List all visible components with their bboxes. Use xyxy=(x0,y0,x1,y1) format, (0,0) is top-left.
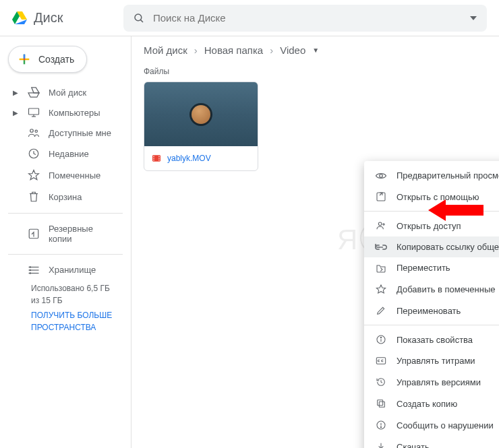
ctx-details[interactable]: Показать свойства xyxy=(364,329,499,350)
move-icon xyxy=(375,263,387,273)
svg-point-16 xyxy=(35,130,37,132)
nav-my-drive[interactable]: ▶ Мой диск xyxy=(8,82,123,102)
nav-shared[interactable]: Доступные мне xyxy=(8,123,123,143)
nav-trash[interactable]: Корзина xyxy=(8,186,123,207)
ctx-copy[interactable]: Создать копию xyxy=(364,393,499,414)
nav-label: Доступные мне xyxy=(49,128,111,138)
brand-name: Диск xyxy=(34,10,63,26)
svg-point-34 xyxy=(380,174,383,177)
recent-icon xyxy=(27,148,40,160)
content-area: Мой диск › Новая папка › Video ▼ Файлы y… xyxy=(131,36,499,448)
svg-point-44 xyxy=(380,337,381,338)
svg-rect-9 xyxy=(24,55,25,59)
new-button[interactable]: Создать xyxy=(8,46,87,73)
video-file-icon xyxy=(151,153,162,164)
drive-logo-icon xyxy=(12,11,27,25)
ctx-preview[interactable]: Предварительный просмотр xyxy=(364,165,499,186)
caret-right-icon: ▶ xyxy=(12,89,19,96)
file-card[interactable]: yablyk.MOV xyxy=(144,82,258,171)
svg-rect-31 xyxy=(158,156,159,157)
brand[interactable]: Диск xyxy=(12,10,123,26)
nav: ▶ Мой диск ▶ Компьютеры Доступные мне xyxy=(8,82,123,333)
nav-label: Хранилище xyxy=(49,265,96,275)
pencil-icon xyxy=(375,305,387,316)
link-icon xyxy=(375,244,387,251)
svg-rect-47 xyxy=(378,400,383,406)
star-icon xyxy=(27,169,40,181)
svg-marker-10 xyxy=(32,88,39,93)
caret-right-icon: ▶ xyxy=(12,109,19,117)
sidebar-divider xyxy=(8,254,123,255)
ctx-divider xyxy=(364,325,499,325)
sidebar-divider xyxy=(8,213,123,214)
info-icon xyxy=(375,334,387,345)
ctx-star[interactable]: Добавить в помеченные xyxy=(364,278,499,300)
crumb[interactable]: Мой диск xyxy=(144,44,187,56)
nav-storage[interactable]: Хранилище xyxy=(8,260,123,280)
ctx-report[interactable]: Сообщить о нарушении xyxy=(364,414,499,436)
ctx-copy-link[interactable]: Копировать ссылку общего доступа xyxy=(364,236,499,257)
nav-recent[interactable]: Недавние xyxy=(8,143,123,164)
chevron-right-icon: › xyxy=(194,44,198,56)
topbar: Диск xyxy=(0,0,499,36)
svg-rect-46 xyxy=(379,402,384,407)
my-drive-icon xyxy=(27,87,40,98)
crumb[interactable]: Новая папка xyxy=(204,44,263,56)
eye-icon xyxy=(375,171,387,181)
copy-icon xyxy=(375,398,387,409)
video-thumbnail xyxy=(144,82,258,146)
chevron-down-icon[interactable]: ▼ xyxy=(312,46,319,54)
nav-label: Помеченные xyxy=(49,170,100,181)
trash-icon xyxy=(27,191,40,203)
search-box[interactable] xyxy=(123,5,487,32)
svg-line-4 xyxy=(140,20,143,22)
shared-icon xyxy=(27,127,40,138)
plus-icon xyxy=(17,52,32,67)
chevron-right-icon: › xyxy=(270,44,273,56)
nav-label: Компьютеры xyxy=(49,108,100,118)
svg-line-36 xyxy=(380,193,382,195)
ctx-captions[interactable]: Управлять титрами xyxy=(364,350,499,371)
nav-label: Резервные копии xyxy=(49,224,119,244)
svg-marker-11 xyxy=(28,93,39,97)
storage-upgrade-link[interactable]: ПОЛУЧИТЬ БОЛЬШЕ ПРОСТРАНСТВА xyxy=(31,309,119,333)
svg-marker-18 xyxy=(29,170,39,180)
svg-point-3 xyxy=(135,14,142,21)
svg-rect-33 xyxy=(158,160,159,160)
breadcrumbs: Мой диск › Новая папка › Video ▼ xyxy=(144,44,487,56)
svg-rect-29 xyxy=(153,158,154,158)
nav-label: Недавние xyxy=(49,149,89,159)
nav-starred[interactable]: Помеченные xyxy=(8,164,123,186)
ctx-versions[interactable]: Управлять версиями xyxy=(364,371,499,393)
search-icon xyxy=(133,12,145,24)
svg-point-24 xyxy=(30,269,31,271)
svg-rect-28 xyxy=(153,156,154,157)
svg-point-15 xyxy=(30,129,34,133)
search-options-caret-icon[interactable] xyxy=(469,14,477,22)
backups-icon xyxy=(27,228,40,240)
open-with-icon xyxy=(375,191,387,202)
share-person-icon xyxy=(375,220,387,231)
ctx-rename[interactable]: Переименовать xyxy=(364,300,499,321)
search-input[interactable] xyxy=(153,12,461,24)
star-outline-icon xyxy=(375,284,387,294)
nav-label: Мой диск xyxy=(49,88,86,98)
sidebar: Создать ▶ Мой диск ▶ Компьютеры xyxy=(0,36,131,448)
svg-rect-8 xyxy=(24,59,25,60)
svg-marker-41 xyxy=(376,285,385,293)
download-icon xyxy=(375,441,387,448)
crumb[interactable]: Video xyxy=(280,44,305,56)
svg-marker-5 xyxy=(470,16,477,20)
nav-backups[interactable]: Резервные копии xyxy=(8,219,123,249)
svg-point-23 xyxy=(30,266,31,267)
storage-info: Использовано 6,5 ГБ из 15 ГБ ПОЛУЧИТЬ БО… xyxy=(8,280,123,333)
svg-rect-30 xyxy=(153,160,154,160)
section-label: Файлы xyxy=(144,67,487,76)
ctx-download[interactable]: Скачать xyxy=(364,436,499,448)
new-button-label: Создать xyxy=(38,54,74,65)
nav-computers[interactable]: ▶ Компьютеры xyxy=(8,102,123,123)
captions-icon xyxy=(375,356,387,365)
ctx-move[interactable]: Переместить xyxy=(364,257,499,278)
annotation-arrow xyxy=(428,199,483,221)
storage-icon xyxy=(27,265,40,275)
